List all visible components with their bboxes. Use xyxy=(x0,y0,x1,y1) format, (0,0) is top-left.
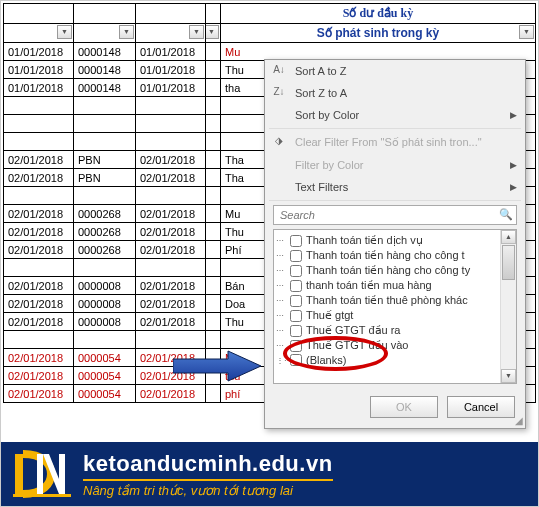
cell[interactable]: 0000054 xyxy=(74,349,136,367)
checkbox[interactable] xyxy=(290,295,302,307)
filter-checkbox-item[interactable]: ⋯Thanh toán tiền dịch vụ xyxy=(276,233,514,248)
cell[interactable]: 02/01/2018 xyxy=(4,205,74,223)
cell[interactable]: 0000008 xyxy=(74,277,136,295)
cell[interactable]: 02/01/2018 xyxy=(136,313,206,331)
cell[interactable] xyxy=(206,61,221,79)
filter-dropdown-icon[interactable]: ▼ xyxy=(519,25,534,39)
cell[interactable]: 0000054 xyxy=(74,385,136,403)
cell[interactable]: Mu xyxy=(221,43,536,61)
filter-checkbox-item[interactable]: ⋯Thanh toán tiền hàng cho công t xyxy=(276,248,514,263)
cell[interactable]: 0000148 xyxy=(74,61,136,79)
cell[interactable]: 02/01/2018 xyxy=(136,385,206,403)
header-sophatsinh[interactable]: Số phát sinh trong kỳ▼ xyxy=(221,24,536,43)
cell[interactable]: 02/01/2018 xyxy=(4,151,74,169)
cell[interactable] xyxy=(206,295,221,313)
cell[interactable] xyxy=(4,187,74,205)
cell[interactable] xyxy=(4,97,74,115)
cell[interactable] xyxy=(4,133,74,151)
filter-cell[interactable]: ▼ xyxy=(136,24,206,43)
cell[interactable]: 0000054 xyxy=(74,367,136,385)
cell[interactable]: 01/01/2018 xyxy=(4,61,74,79)
filter-checkbox-item[interactable]: ⋯Thanh toán tiền thuê phòng khác xyxy=(276,293,514,308)
cell[interactable] xyxy=(136,187,206,205)
cell[interactable] xyxy=(4,259,74,277)
filter-cell[interactable]: ▼ xyxy=(206,24,221,43)
cell[interactable]: 0000008 xyxy=(74,295,136,313)
cell[interactable] xyxy=(206,385,221,403)
cancel-button[interactable]: Cancel xyxy=(447,396,515,418)
filter-cell[interactable]: ▼ xyxy=(74,24,136,43)
cell[interactable] xyxy=(4,115,74,133)
cell[interactable]: 02/01/2018 xyxy=(136,151,206,169)
scroll-thumb[interactable] xyxy=(502,245,515,280)
filter-dropdown-icon[interactable]: ▼ xyxy=(119,25,134,39)
cell[interactable]: 02/01/2018 xyxy=(4,169,74,187)
filter-cell[interactable]: ▼ xyxy=(4,24,74,43)
checkbox[interactable] xyxy=(290,340,302,352)
cell[interactable] xyxy=(74,133,136,151)
cell[interactable]: 02/01/2018 xyxy=(4,295,74,313)
cell[interactable] xyxy=(206,169,221,187)
cell[interactable] xyxy=(136,133,206,151)
cell[interactable] xyxy=(74,331,136,349)
filter-checkbox-item[interactable]: ⋯Thuế GTGT đầu ra xyxy=(276,323,514,338)
filter-checkbox-item[interactable]: ⋯Thanh toán tiền hàng cho công ty xyxy=(276,263,514,278)
filter-dropdown-icon[interactable]: ▼ xyxy=(189,25,204,39)
cell[interactable] xyxy=(74,97,136,115)
cell[interactable] xyxy=(206,331,221,349)
checkbox[interactable] xyxy=(290,235,302,247)
cell[interactable] xyxy=(206,313,221,331)
cell[interactable] xyxy=(206,187,221,205)
cell[interactable] xyxy=(4,331,74,349)
cell[interactable]: 0000148 xyxy=(74,43,136,61)
cell[interactable]: 01/01/2018 xyxy=(136,79,206,97)
cell[interactable] xyxy=(136,259,206,277)
sort-by-color[interactable]: Sort by Color▶ xyxy=(265,104,525,126)
cell[interactable]: 02/01/2018 xyxy=(136,169,206,187)
cell[interactable]: 01/01/2018 xyxy=(136,61,206,79)
cell[interactable]: 02/01/2018 xyxy=(136,295,206,313)
checkbox[interactable] xyxy=(290,265,302,277)
text-filters[interactable]: Text Filters▶ xyxy=(265,176,525,198)
cell[interactable]: 01/01/2018 xyxy=(136,43,206,61)
filter-dropdown-icon[interactable]: ▼ xyxy=(57,25,72,39)
checkbox[interactable] xyxy=(290,250,302,262)
resize-handle-icon[interactable]: ◢ xyxy=(515,415,523,426)
cell[interactable] xyxy=(206,205,221,223)
cell[interactable]: 02/01/2018 xyxy=(4,223,74,241)
cell[interactable] xyxy=(206,259,221,277)
filter-checkbox-item[interactable]: ⋯thanh toán tiền mua hàng xyxy=(276,278,514,293)
checkbox[interactable] xyxy=(290,280,302,292)
cell[interactable] xyxy=(206,151,221,169)
cell[interactable]: 02/01/2018 xyxy=(136,241,206,259)
scroll-up-icon[interactable]: ▲ xyxy=(501,230,516,244)
cell[interactable]: PBN xyxy=(74,151,136,169)
cell[interactable] xyxy=(206,133,221,151)
filter-checkbox-item[interactable]: ⋯Thuế GTGT đầu vào xyxy=(276,338,514,353)
cell[interactable]: 02/01/2018 xyxy=(4,277,74,295)
cell[interactable]: 02/01/2018 xyxy=(4,313,74,331)
cell[interactable]: PBN xyxy=(74,169,136,187)
cell[interactable]: 01/01/2018 xyxy=(4,43,74,61)
filter-checkbox-item[interactable]: ⋯Thuế gtgt xyxy=(276,308,514,323)
cell[interactable]: 02/01/2018 xyxy=(136,205,206,223)
cell[interactable] xyxy=(136,115,206,133)
checkbox[interactable] xyxy=(290,310,302,322)
cell[interactable] xyxy=(206,223,221,241)
filter-checkbox-item[interactable]: ⋮⋯(Blanks) xyxy=(276,353,514,367)
cell[interactable] xyxy=(136,331,206,349)
sort-za[interactable]: Z↓Sort Z to A xyxy=(265,82,525,104)
ok-button[interactable]: OK xyxy=(370,396,438,418)
cell[interactable]: 02/01/2018 xyxy=(136,277,206,295)
cell[interactable] xyxy=(206,241,221,259)
cell[interactable] xyxy=(136,97,206,115)
search-input[interactable] xyxy=(273,205,517,225)
cell[interactable]: 0000268 xyxy=(74,241,136,259)
sort-az[interactable]: A↓Sort A to Z xyxy=(265,60,525,82)
cell[interactable]: 01/01/2018 xyxy=(4,79,74,97)
cell[interactable] xyxy=(206,97,221,115)
cell[interactable]: 02/01/2018 xyxy=(4,241,74,259)
cell[interactable] xyxy=(74,187,136,205)
cell[interactable]: 0000268 xyxy=(74,205,136,223)
cell[interactable] xyxy=(206,115,221,133)
